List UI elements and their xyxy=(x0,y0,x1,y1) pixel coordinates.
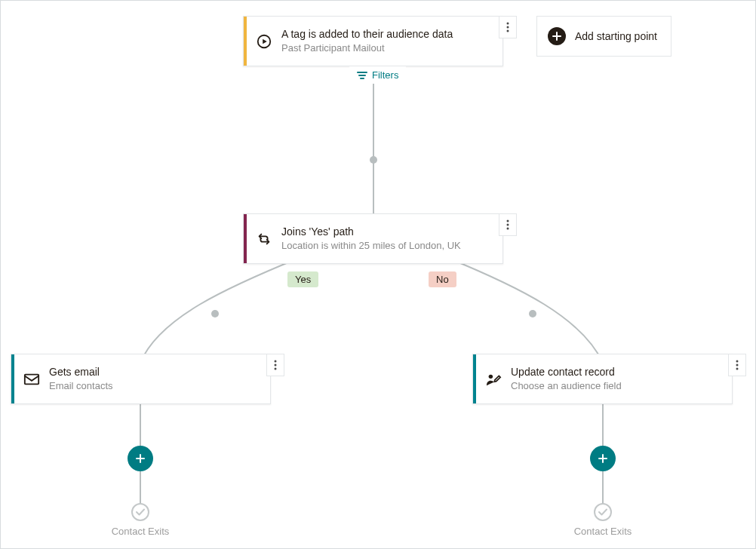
svg-point-11 xyxy=(489,374,493,378)
node-title: Gets email xyxy=(49,365,264,379)
kebab-menu-button[interactable] xyxy=(499,16,517,38)
svg-point-14 xyxy=(736,368,739,370)
node-subtitle: Email contacts xyxy=(49,380,264,393)
connector-dot xyxy=(211,310,219,317)
starting-point-node[interactable]: A tag is added to their audience data Pa… xyxy=(243,16,503,66)
node-title: Update contact record xyxy=(511,365,726,379)
svg-point-4 xyxy=(507,220,509,222)
svg-point-13 xyxy=(736,364,739,367)
filters-button[interactable]: Filters xyxy=(349,66,406,84)
connector-dot xyxy=(370,156,377,164)
exit-label: Contact Exits xyxy=(574,526,632,537)
journey-canvas: A tag is added to their audience data Pa… xyxy=(0,0,756,549)
add-step-button[interactable] xyxy=(590,446,616,471)
add-starting-point-label: Add starting point xyxy=(575,30,657,42)
add-starting-point-button[interactable]: Add starting point xyxy=(536,16,671,57)
exit-label: Contact Exits xyxy=(112,526,170,537)
edit-user-icon xyxy=(476,354,511,403)
branch-label-no: No xyxy=(429,271,456,287)
svg-point-6 xyxy=(507,228,509,230)
connector-dot xyxy=(529,310,536,317)
check-circle-icon xyxy=(594,503,612,521)
node-subtitle: Location is within 25 miles of London, U… xyxy=(281,240,496,253)
svg-point-8 xyxy=(275,360,277,363)
contact-exit: Contact Exits xyxy=(111,503,170,537)
kebab-menu-button[interactable] xyxy=(728,354,746,376)
svg-point-3 xyxy=(507,30,509,32)
plus-icon xyxy=(598,453,608,464)
kebab-menu-button[interactable] xyxy=(266,354,284,376)
filters-icon xyxy=(357,71,367,80)
add-step-button[interactable] xyxy=(128,446,153,471)
svg-point-5 xyxy=(507,224,509,226)
plus-circle-icon xyxy=(548,27,566,45)
condition-node[interactable]: Joins 'Yes' path Location is within 25 m… xyxy=(243,213,503,264)
play-circle-icon xyxy=(247,17,281,66)
envelope-icon xyxy=(14,354,49,403)
svg-point-10 xyxy=(275,368,277,370)
node-title: A tag is added to their audience data xyxy=(281,27,496,41)
node-title: Joins 'Yes' path xyxy=(281,225,496,238)
svg-point-1 xyxy=(507,23,509,25)
filters-label: Filters xyxy=(372,69,398,81)
kebab-menu-button[interactable] xyxy=(499,213,517,236)
contact-exit: Contact Exits xyxy=(573,503,632,537)
branch-label-yes: Yes xyxy=(287,271,318,287)
branch-arrows-icon xyxy=(247,214,281,263)
svg-point-2 xyxy=(507,26,509,29)
svg-rect-7 xyxy=(25,374,38,384)
svg-point-12 xyxy=(736,360,739,363)
node-subtitle: Choose an audience field xyxy=(511,380,726,393)
check-circle-icon xyxy=(131,503,149,521)
plus-icon xyxy=(135,453,146,464)
email-action-node[interactable]: Gets email Email contacts xyxy=(11,354,271,404)
svg-point-9 xyxy=(275,364,277,367)
update-contact-node[interactable]: Update contact record Choose an audience… xyxy=(472,354,733,404)
node-subtitle: Past Participant Mailout xyxy=(281,42,496,55)
